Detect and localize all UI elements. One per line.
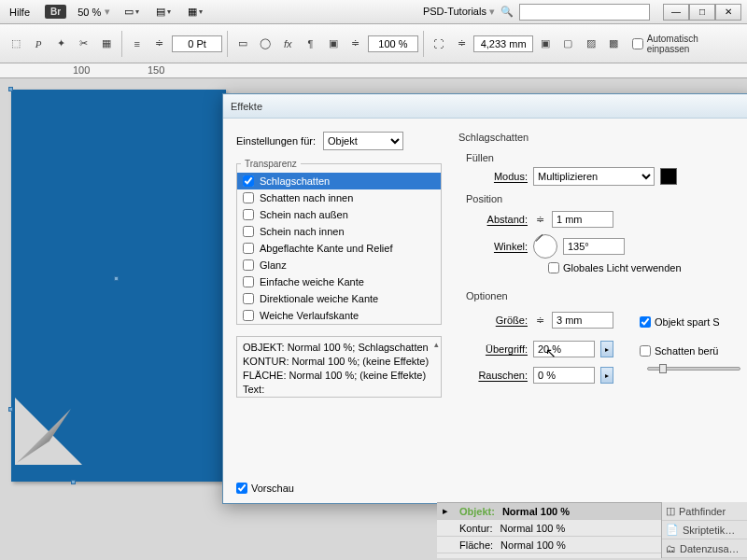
stepper-icon[interactable]: ≑ xyxy=(533,309,546,331)
selection-handle[interactable] xyxy=(8,87,13,91)
noise-input[interactable] xyxy=(533,367,595,384)
stroke-weight-input[interactable] xyxy=(172,35,222,52)
type-p-icon[interactable]: P xyxy=(28,33,49,55)
close-button[interactable]: ✕ xyxy=(715,4,741,21)
effect-schein-aussen[interactable]: Schein nach außen xyxy=(237,206,441,223)
effect-check[interactable] xyxy=(243,192,254,203)
selection-tool-icon[interactable]: ⬚ xyxy=(6,33,26,55)
global-light-checkbox[interactable] xyxy=(548,262,559,273)
effect-label: Schlagschatten xyxy=(260,175,330,187)
spread-spinner[interactable]: ▸ xyxy=(600,341,613,357)
effect-schlagschatten[interactable]: Schlagschatten xyxy=(237,173,441,189)
fill-frame-icon[interactable]: ▩ xyxy=(603,33,624,55)
effect-schein-innen[interactable]: Schein nach innen xyxy=(237,223,441,240)
spread-input[interactable] xyxy=(533,341,595,357)
summary-line: KONTUR: Normal 100 %; (keine Effekte) xyxy=(243,355,435,369)
selection-handle[interactable] xyxy=(114,276,119,281)
stroke-weight-icon[interactable]: ≡ xyxy=(127,33,148,55)
effect-schatten-innen[interactable]: Schatten nach innen xyxy=(237,189,441,206)
ellipse-tool-icon[interactable]: ◯ xyxy=(255,33,275,55)
effect-label: Schatten nach innen xyxy=(260,192,353,203)
options-heading: Optionen xyxy=(466,290,740,301)
scroll-up-icon[interactable]: ▴ xyxy=(434,339,439,350)
opacity-input[interactable] xyxy=(368,35,418,52)
script-icon: 📄 xyxy=(666,524,679,536)
panel-scripts[interactable]: 📄Skriptetik… xyxy=(662,521,747,539)
panel-data-merge[interactable]: 🗂Datenzusa… xyxy=(662,539,747,558)
size-input[interactable] xyxy=(552,312,613,329)
fit-frame-icon[interactable]: ▢ xyxy=(557,33,578,55)
shadow-color-swatch[interactable] xyxy=(660,168,677,185)
separator xyxy=(121,31,122,57)
shadow-honor-label: Schatten berü xyxy=(655,345,719,357)
distance-input[interactable] xyxy=(552,211,613,228)
rect-tool-icon[interactable]: ▭ xyxy=(233,33,253,55)
blend-mode-select[interactable]: Multiplizieren xyxy=(533,167,655,186)
auto-fit-check[interactable] xyxy=(632,38,643,49)
stepper-icon[interactable]: ≑ xyxy=(533,208,546,231)
crop-icon[interactable]: ⛶ xyxy=(429,33,449,55)
menu-help[interactable]: Hilfe xyxy=(6,4,34,21)
fit-content-icon[interactable]: ▣ xyxy=(535,33,556,55)
view-layout-icon[interactable]: ▤ xyxy=(153,3,174,21)
stepper-icon[interactable]: ≑ xyxy=(345,33,366,55)
angle-input[interactable] xyxy=(563,238,625,255)
effect-feather-gradient[interactable]: Weiche Verlaufskante xyxy=(237,307,441,324)
size-label: Größe: xyxy=(473,315,528,326)
minimize-button[interactable]: — xyxy=(663,4,689,21)
effect-check[interactable] xyxy=(243,175,254,187)
maximize-button[interactable]: □ xyxy=(689,4,715,21)
selection-handle[interactable] xyxy=(8,407,13,412)
selection-handle[interactable] xyxy=(71,480,76,484)
global-light-label: Globales Licht verwenden xyxy=(563,262,682,273)
panel-pathfinder[interactable]: ◫Pathfinder xyxy=(662,502,747,521)
width-input[interactable] xyxy=(473,35,533,52)
effect-check[interactable] xyxy=(243,259,254,271)
dialog-titlebar[interactable]: Effekte xyxy=(223,94,747,119)
effect-check[interactable] xyxy=(243,310,254,321)
tutorials-dropdown[interactable]: PSD-Tutorials ▾ xyxy=(423,6,495,18)
search-area: PSD-Tutorials ▾ 🔍 — □ ✕ xyxy=(423,4,741,21)
effect-check[interactable] xyxy=(243,209,254,220)
fx-icon[interactable]: fx xyxy=(277,33,298,55)
auto-fit-checkbox[interactable]: Automatisch einpassen xyxy=(626,33,741,55)
effect-check[interactable] xyxy=(243,226,254,237)
preview-checkbox[interactable] xyxy=(236,483,247,494)
effect-check[interactable] xyxy=(243,243,254,254)
bridge-badge[interactable]: Br xyxy=(45,5,66,19)
text-wrap-icon[interactable]: ▣ xyxy=(323,33,344,55)
scissors-icon[interactable]: ✂ xyxy=(73,33,93,55)
noise-spinner[interactable]: ▸ xyxy=(600,367,613,384)
grid-icon[interactable]: ▦ xyxy=(96,33,117,55)
stepper-icon[interactable]: ≑ xyxy=(451,33,472,55)
effect-feather-directional[interactable]: Direktionale weiche Kante xyxy=(237,290,441,307)
angle-wheel[interactable] xyxy=(533,234,557,259)
view-screen-icon[interactable]: ▭ xyxy=(121,3,142,21)
summary-line: Text: xyxy=(243,383,435,397)
angle-label: Winkel: xyxy=(473,241,528,252)
center-content-icon[interactable]: ▨ xyxy=(580,33,600,55)
slider-thumb[interactable] xyxy=(659,364,667,373)
control-toolbar: ⬚ P ✦ ✂ ▦ ≡ ≑ ▭ ◯ fx ¶ ▣ ≑ ⛶ ≑ ▣ ▢ ▨ ▩ A… xyxy=(0,24,747,63)
side-tool-panels: ◫Pathfinder 📄Skriptetik… 🗂Datenzusa… xyxy=(661,502,747,558)
view-arrange-icon[interactable]: ▦ xyxy=(185,3,205,21)
search-input[interactable] xyxy=(519,4,650,21)
wand-icon[interactable]: ✦ xyxy=(50,33,71,55)
stepper-icon[interactable]: ≑ xyxy=(149,33,170,55)
zoom-dropdown[interactable]: 50 % ▾ xyxy=(78,6,110,18)
paragraph-icon[interactable]: ¶ xyxy=(300,33,320,55)
noise-slider[interactable] xyxy=(647,367,740,371)
separator xyxy=(423,31,424,57)
effect-feather-basic[interactable]: Einfache weiche Kante xyxy=(237,273,441,290)
panel-label: Objekt: xyxy=(459,506,495,517)
shadow-honor-checkbox[interactable] xyxy=(640,345,651,357)
effect-glanz[interactable]: Glanz xyxy=(237,257,441,273)
effect-bevel[interactable]: Abgeflachte Kante und Relief xyxy=(237,240,441,257)
effect-check[interactable] xyxy=(243,293,254,304)
effect-check[interactable] xyxy=(243,276,254,287)
document-page[interactable] xyxy=(11,90,226,482)
settings-for-select[interactable]: Objekt xyxy=(323,132,403,150)
object-knockout-checkbox[interactable] xyxy=(640,316,651,328)
preview-label: Vorschau xyxy=(251,483,294,494)
ruler-tick: 150 xyxy=(148,64,164,76)
